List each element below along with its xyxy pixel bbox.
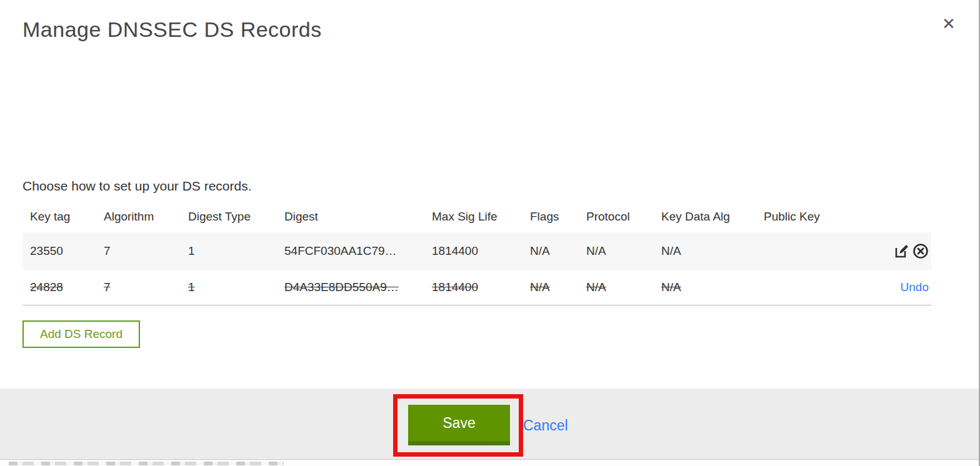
col-public-key: Public Key	[756, 205, 855, 232]
table-header-row: Key tag Algorithm Digest Type Digest Max…	[22, 205, 931, 232]
dnssec-modal: Manage DNSSEC DS Records ✕ Choose how to…	[0, 0, 980, 466]
cell-max-sig-life: 1814400	[424, 270, 522, 305]
cell-key-tag: 24828	[22, 270, 96, 305]
page-content-peek	[0, 460, 980, 466]
cell-key-data-alg: N/A	[654, 232, 756, 270]
cell-digest: 54FCF030AA1C79…	[277, 232, 424, 270]
save-button[interactable]: Save	[408, 405, 510, 445]
cell-public-key	[756, 232, 855, 270]
cell-actions	[855, 232, 931, 270]
edit-icon[interactable]	[893, 243, 909, 259]
col-key-data-alg: Key Data Alg	[654, 205, 756, 232]
cell-algorithm: 7	[96, 232, 181, 270]
cell-protocol: N/A	[579, 232, 654, 270]
add-ds-record-button[interactable]: Add DS Record	[22, 320, 140, 348]
cell-digest-type: 1	[181, 232, 277, 270]
cell-key-tag: 23550	[22, 232, 96, 270]
cell-actions: Undo	[855, 270, 931, 305]
cell-flags: N/A	[522, 270, 579, 305]
col-actions	[855, 205, 931, 232]
col-digest-type: Digest Type	[181, 205, 277, 232]
col-flags: Flags	[522, 205, 579, 232]
cell-algorithm: 7	[96, 270, 181, 305]
close-icon[interactable]: ✕	[938, 12, 960, 35]
cell-flags: N/A	[522, 232, 579, 270]
page-title: Manage DNSSEC DS Records	[22, 17, 322, 42]
col-key-tag: Key tag	[22, 205, 96, 232]
table-row: 23550 7 1 54FCF030AA1C79… 1814400 N/A N/…	[22, 232, 931, 270]
cell-protocol: N/A	[579, 270, 654, 305]
col-digest: Digest	[277, 205, 424, 232]
col-algorithm: Algorithm	[96, 205, 181, 232]
cell-key-data-alg: N/A	[654, 270, 756, 305]
col-protocol: Protocol	[579, 205, 654, 232]
cell-digest-type: 1	[181, 270, 277, 305]
instruction-text: Choose how to set up your DS records.	[22, 179, 252, 194]
cell-digest: D4A33E8DD550A9…	[277, 270, 424, 305]
ds-records-table: Key tag Algorithm Digest Type Digest Max…	[22, 205, 931, 305]
cell-max-sig-life: 1814400	[424, 232, 522, 270]
redacted-domain-name	[22, 140, 241, 160]
col-max-sig-life: Max Sig Life	[424, 205, 522, 232]
undo-link[interactable]: Undo	[901, 280, 929, 294]
cell-public-key	[756, 270, 855, 305]
delete-icon[interactable]	[912, 243, 929, 259]
cancel-link[interactable]: Cancel	[523, 417, 568, 434]
table-row: 24828 7 1 D4A33E8DD550A9… 1814400 N/A N/…	[22, 270, 931, 305]
